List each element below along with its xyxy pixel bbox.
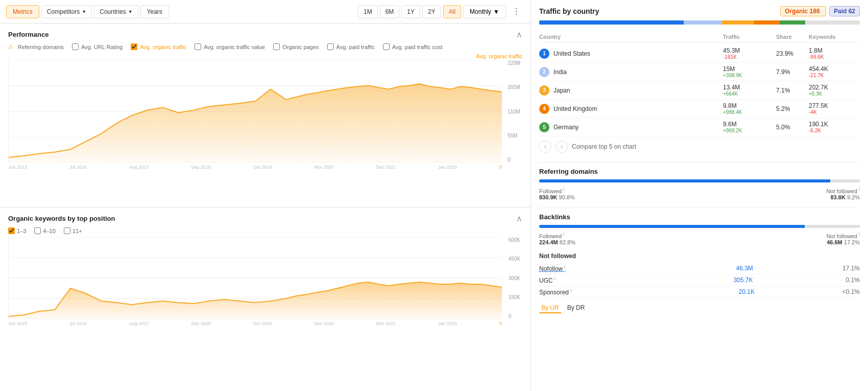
y-label-220m: 220M bbox=[508, 60, 520, 66]
performance-section: Performance ∧ ⚠ Referring domains Avg. U… bbox=[0, 24, 531, 208]
x-label-aug2017: Aug 2017 bbox=[129, 165, 149, 170]
avg-organic-traffic-metric[interactable]: Avg. organic traffic bbox=[131, 43, 186, 50]
organic-pages-metric[interactable]: Organic pages bbox=[273, 43, 319, 50]
traffic-value: 9.8M bbox=[723, 102, 774, 109]
x-label-jul2016: Jul 2016 bbox=[69, 165, 87, 170]
country-rank-badge: 3 bbox=[539, 85, 549, 96]
avg-organic-traffic-checkbox[interactable] bbox=[131, 43, 137, 50]
competitors-dropdown[interactable]: Competitors ▼ bbox=[41, 5, 92, 18]
performance-header: Performance ∧ bbox=[8, 30, 522, 39]
kw-x-aug2017: Aug 2017 bbox=[129, 321, 149, 326]
kw-cell: 277.5K -4K bbox=[809, 102, 860, 115]
traffic-value: 15M bbox=[723, 65, 774, 73]
not-followed-label: Not followed i bbox=[826, 188, 860, 194]
6m-button[interactable]: 6M bbox=[380, 5, 400, 18]
by-ur-button[interactable]: By UR bbox=[539, 303, 561, 313]
not-followed-section: Not followed Nofollow i 46.3M 17.1% UGC … bbox=[539, 252, 860, 298]
referring-domains-label: Referring domains bbox=[18, 44, 64, 50]
backlinks-not-followed-value: 46.6M bbox=[827, 239, 842, 245]
2y-button[interactable]: 2Y bbox=[422, 5, 441, 18]
kw-cell: 454.4K -21.7K bbox=[809, 65, 860, 78]
keywords-col-header: Keywords bbox=[809, 34, 860, 40]
country-rank-badge: 1 bbox=[539, 49, 549, 59]
divider bbox=[539, 208, 860, 208]
kw-x-sep2018: Sep 2018 bbox=[191, 321, 211, 326]
table-row: 3 Japan 13.4M +664K 7.1% 202.7K +6.3K bbox=[539, 81, 860, 100]
not-followed-section-title: Not followed bbox=[539, 252, 860, 260]
collapse-performance-button[interactable]: ∧ bbox=[516, 30, 522, 39]
country-rank-badge: 5 bbox=[539, 122, 549, 132]
referring-domains-metric[interactable]: ⚠ Referring domains bbox=[8, 43, 64, 50]
organic-pages-checkbox[interactable] bbox=[273, 43, 280, 50]
warning-icon: ⚠ bbox=[8, 43, 13, 50]
kw-value: 277.5K bbox=[809, 102, 860, 109]
avg-organic-traffic-value-metric[interactable]: Avg. organic traffic value bbox=[195, 43, 265, 50]
all-button[interactable]: All bbox=[443, 5, 461, 18]
avg-organic-traffic-value-checkbox[interactable] bbox=[195, 43, 201, 50]
prev-button[interactable]: ‹ bbox=[539, 141, 551, 153]
by-dr-button[interactable]: By DR bbox=[565, 303, 587, 313]
metrics-row: ⚠ Referring domains Avg. URL Rating Avg.… bbox=[8, 43, 522, 50]
years-tab[interactable]: Years bbox=[140, 5, 169, 18]
collapse-keywords-button[interactable]: ∧ bbox=[516, 214, 522, 223]
avg-paid-traffic-checkbox[interactable] bbox=[327, 43, 334, 50]
country-label: Germany bbox=[553, 124, 578, 131]
nofollow-row: Nofollow i 46.3M 17.1% bbox=[539, 263, 860, 274]
not-followed-value: 83.8K bbox=[831, 194, 846, 200]
country-rank-badge: 2 bbox=[539, 67, 549, 77]
1y-button[interactable]: 1Y bbox=[401, 5, 420, 18]
kw-x-nov2020: Nov 2020 bbox=[314, 321, 334, 326]
country-rank-badge: 4 bbox=[539, 104, 549, 114]
country-name: 4 United Kingdom bbox=[539, 104, 721, 114]
traffic-value: 45.3M bbox=[723, 47, 774, 54]
avg-paid-traffic-label: Avg. paid traffic bbox=[336, 44, 375, 50]
traffic-change: -161K bbox=[723, 54, 774, 60]
backlinks-not-followed-stats: Not followed i 46.6M 17.2% bbox=[826, 232, 860, 246]
traffic-cell: 45.3M -161K bbox=[723, 47, 774, 60]
metrics-tab[interactable]: Metrics bbox=[6, 5, 39, 18]
position-11plus-checkbox-item[interactable]: 11+ bbox=[64, 227, 82, 234]
us-bar-seg bbox=[539, 20, 684, 25]
position-4-10-checkbox-item[interactable]: 4–10 bbox=[34, 227, 55, 234]
uk-bar-seg bbox=[754, 20, 780, 25]
avg-url-rating-checkbox[interactable] bbox=[72, 43, 79, 50]
share-col-header: Share bbox=[776, 34, 807, 40]
avg-paid-traffic-cost-checkbox[interactable] bbox=[383, 43, 390, 50]
divider bbox=[539, 162, 860, 163]
y-label-300k: 300K bbox=[509, 275, 520, 281]
y-label-0: 0 bbox=[508, 157, 520, 163]
by-buttons-row: By UR By DR bbox=[539, 303, 860, 313]
next-button[interactable]: › bbox=[556, 141, 568, 153]
performance-y-labels: 220M 165M 110M 55M 0 bbox=[505, 60, 522, 163]
countries-dropdown[interactable]: Countries ▼ bbox=[94, 5, 138, 18]
not-followed-stats: Not followed i 83.8K 9.2% bbox=[826, 187, 860, 200]
kw-change: -4K bbox=[809, 109, 860, 115]
1m-button[interactable]: 1M bbox=[358, 5, 378, 18]
position-11plus-checkbox[interactable] bbox=[64, 227, 70, 234]
ugc-pct: 0.1% bbox=[846, 277, 860, 284]
backlinks-followed-value: 224.4M bbox=[539, 239, 558, 245]
country-name: 2 India bbox=[539, 67, 721, 77]
avg-paid-traffic-cost-metric[interactable]: Avg. paid traffic cost bbox=[383, 43, 443, 50]
more-options-button[interactable]: ⋮ bbox=[508, 4, 524, 19]
referring-domains-bar-empty bbox=[830, 179, 860, 182]
performance-x-axis: Jun 2015 Jul 2016 Aug 2017 Sep 2018 Oct … bbox=[8, 163, 522, 170]
y-label-165m: 165M bbox=[508, 84, 520, 90]
monthly-dropdown[interactable]: Monthly ▼ bbox=[463, 5, 506, 18]
country-col-header: Country bbox=[539, 34, 721, 40]
badge-group: Organic 186 Paid 62 bbox=[780, 8, 860, 15]
position-4-10-checkbox[interactable] bbox=[34, 227, 41, 234]
y-label-55m: 55M bbox=[508, 133, 520, 139]
position-1-3-checkbox-item[interactable]: 1–3 bbox=[8, 227, 26, 234]
avg-paid-traffic-metric[interactable]: Avg. paid traffic bbox=[327, 43, 375, 50]
avg-url-rating-metric[interactable]: Avg. URL Rating bbox=[72, 43, 123, 50]
traffic-cell: 13.4M +664K bbox=[723, 84, 774, 97]
kw-x-jan2023: Jan 2023 bbox=[438, 321, 457, 326]
country-distribution-bar bbox=[539, 20, 860, 25]
keywords-title: Organic keywords by top position bbox=[8, 215, 115, 222]
table-row: 1 United States 45.3M -161K 23.9% 1.8M -… bbox=[539, 44, 860, 63]
position-1-3-checkbox[interactable] bbox=[8, 227, 15, 234]
x-label-jun2015: Jun 2015 bbox=[8, 165, 27, 170]
paid-badge: Paid 62 bbox=[829, 6, 860, 16]
table-row: 2 India 15M +398.9K 7.9% 454.4K -21.7K bbox=[539, 63, 860, 81]
